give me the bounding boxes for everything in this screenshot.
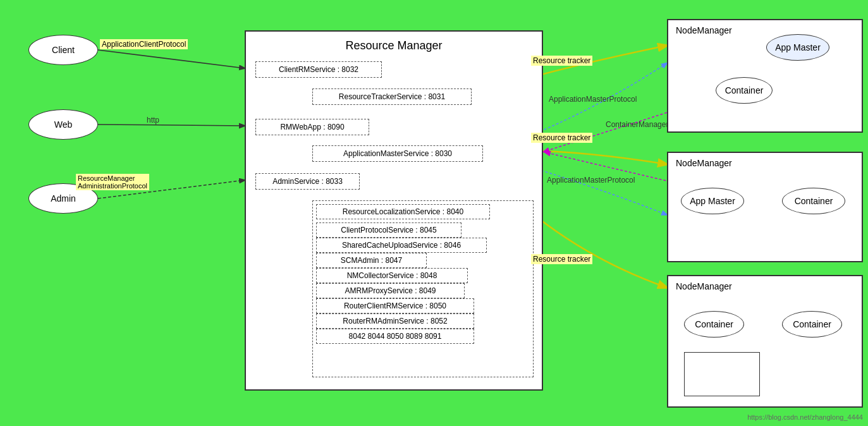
router-clientrm-row: RouterClientRMService : 8050 — [316, 298, 474, 313]
client-protocol-row: ClientProtocolService : 8045 — [316, 222, 462, 238]
nm1-container: Container — [716, 77, 773, 104]
amrm-proxy-row: AMRMProxyService : 8049 — [316, 283, 465, 298]
nm3-container-2: Container — [782, 311, 842, 338]
app-client-protocol-label: ApplicationClientProtocol — [100, 39, 188, 49]
router-rmadmin-row: RouterRMAdminService : 8052 — [316, 313, 474, 329]
node-manager-box-2: NodeManager App Master Container — [667, 152, 863, 262]
app-master-protocol-label-1: ApplicationMasterProtocol — [549, 95, 637, 104]
watermark: https://blog.csdn.net/zhanglong_4444 — [747, 413, 863, 421]
clientrmservice-row: ClientRMService : 8032 — [255, 61, 382, 78]
node-manager-box-3: NodeManager Container Container — [667, 275, 863, 408]
svg-line-1 — [98, 125, 245, 126]
container-manager-label-1: ContainerManager — [606, 120, 668, 129]
resource-tracker-label-2: Resource tracker — [531, 133, 592, 143]
http-label: http — [147, 116, 159, 125]
client-label: Client — [52, 45, 75, 55]
app-master-protocol-label-2: ApplicationMasterProtocol — [547, 176, 635, 185]
rmwebapp-row: RMWebApp : 8090 — [255, 119, 369, 135]
nm1-app-master: App Master — [766, 34, 829, 61]
appmaster-service-row: ApplicationMasterService : 8030 — [312, 145, 483, 162]
resourcetrackerservice-row: ResourceTrackerService : 8031 — [312, 88, 472, 105]
nm3-container-1: Container — [684, 311, 744, 338]
rm-admin-protocol-label: ResourceManagerAdministrationProtocol — [76, 174, 149, 190]
nm3-title: NodeManager — [676, 281, 732, 291]
nmcollector-row: NMCollectorService : 8048 — [316, 268, 468, 283]
client-ellipse: Client — [28, 35, 98, 65]
nm3-extra-box — [684, 352, 760, 396]
diagram-container: Client Web Admin ApplicationClientProtoc… — [0, 0, 868, 426]
nm2-container: Container — [782, 188, 845, 214]
nm2-app-master: App Master — [681, 188, 744, 214]
resource-tracker-label-1: Resource tracker — [531, 56, 592, 66]
node-manager-box-1: NodeManager App Master Container — [667, 19, 863, 133]
nm2-title: NodeManager — [676, 158, 732, 168]
admin-service-row: AdminService : 8033 — [255, 173, 360, 190]
nm1-title: NodeManager — [676, 25, 732, 35]
svg-line-0 — [98, 50, 245, 68]
ports-row: 8042 8044 8050 8089 8091 — [316, 329, 474, 344]
web-label: Web — [54, 119, 73, 130]
resource-tracker-label-3: Resource tracker — [531, 254, 592, 264]
shared-cache-row: SharedCacheUploadService : 8046 — [316, 238, 487, 253]
web-ellipse: Web — [28, 109, 98, 140]
resource-localization-row: ResourceLocalizationService : 8040 — [316, 204, 490, 219]
admin-label: Admin — [51, 193, 76, 204]
rm-title: Resource Manager — [345, 39, 442, 52]
scmadmin-row: SCMAdmin : 8047 — [316, 253, 427, 268]
resource-manager-box: Resource Manager ClientRMService : 8032 … — [245, 30, 543, 391]
